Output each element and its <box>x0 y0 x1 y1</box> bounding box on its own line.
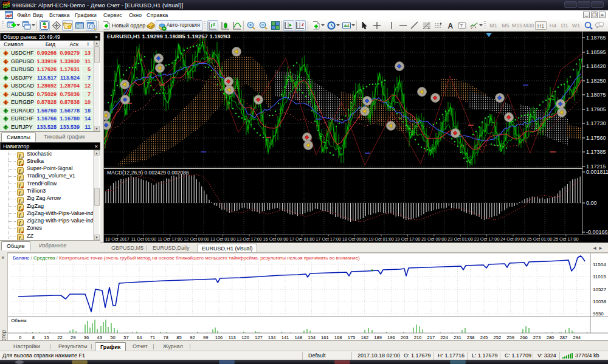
svg-text:19 Oct 01:00: 19 Oct 01:00 <box>368 236 394 242</box>
svg-text:64: 64 <box>137 335 142 340</box>
svg-text:71: 71 <box>150 335 155 340</box>
svg-text:15: 15 <box>44 335 49 340</box>
svg-text:43: 43 <box>97 335 102 340</box>
svg-text:23 Oct 01:00: 23 Oct 01:00 <box>447 236 473 242</box>
svg-text:120: 120 <box>241 335 249 340</box>
svg-text:0.00: 0.00 <box>586 200 597 206</box>
svg-text:11 Oct 17:00: 11 Oct 17:00 <box>157 236 182 242</box>
svg-text:11 Oct 01:00: 11 Oct 01:00 <box>131 236 156 242</box>
svg-text:EURUSD,H1 1.19299 1.19385 1.19: EURUSD,H1 1.19299 1.19385 1.19257 1.1929… <box>107 33 230 39</box>
svg-text:1.18595: 1.18595 <box>586 49 606 55</box>
svg-text:13 Oct 01:00: 13 Oct 01:00 <box>210 236 236 242</box>
svg-text:196: 196 <box>387 335 395 340</box>
svg-text:36: 36 <box>84 335 89 340</box>
svg-text:266: 266 <box>520 335 528 340</box>
svg-text:148: 148 <box>294 335 302 340</box>
svg-text:203: 203 <box>401 335 409 340</box>
svg-text:1.18250: 1.18250 <box>586 78 606 84</box>
svg-text:17 Oct 01:00: 17 Oct 01:00 <box>289 236 315 242</box>
svg-text:10 Oct 2017: 10 Oct 2017 <box>105 236 130 242</box>
svg-text:0: 0 <box>19 335 21 340</box>
svg-text:1.17730: 1.17730 <box>586 120 606 126</box>
svg-text:23 Oct 17:00: 23 Oct 17:00 <box>474 236 500 242</box>
svg-text:85: 85 <box>176 335 181 340</box>
svg-text:92: 92 <box>190 335 195 340</box>
svg-text:287: 287 <box>559 335 567 340</box>
svg-text:127: 127 <box>255 335 263 340</box>
svg-text:0.001811: 0.001811 <box>586 169 608 175</box>
svg-text:19 Oct 17:00: 19 Oct 17:00 <box>395 236 421 242</box>
svg-text:273: 273 <box>533 335 541 340</box>
svg-text:8: 8 <box>32 335 35 340</box>
svg-text:Баланс / Средства / Контрольны: Баланс / Средства / Контрольные точки (о… <box>13 255 360 261</box>
svg-text:13 Oct 17:00: 13 Oct 17:00 <box>237 236 262 242</box>
svg-text:1.17905: 1.17905 <box>586 106 606 112</box>
svg-text:78: 78 <box>164 335 168 340</box>
svg-text:161: 161 <box>321 335 329 340</box>
svg-text:1.18075: 1.18075 <box>586 92 606 98</box>
svg-text:106: 106 <box>215 335 223 340</box>
svg-text:141: 141 <box>282 335 289 340</box>
svg-text:24 Oct 09:00: 24 Oct 09:00 <box>500 236 526 242</box>
svg-text:MACD(12,26,9) 0.002429 0.00208: MACD(12,26,9) 0.002429 0.002086 <box>107 170 189 176</box>
svg-text:A: A <box>448 22 454 30</box>
svg-text:189: 189 <box>374 335 382 340</box>
svg-text:11504: 11504 <box>593 262 606 267</box>
svg-text:25 Oct 17:00: 25 Oct 17:00 <box>553 236 579 242</box>
svg-text:10527: 10527 <box>593 287 607 292</box>
svg-text:22: 22 <box>57 335 62 340</box>
svg-text:25 Oct 01:00: 25 Oct 01:00 <box>527 236 553 242</box>
svg-text:17 Oct 17:00: 17 Oct 17:00 <box>316 236 341 242</box>
svg-text:224: 224 <box>440 335 448 340</box>
svg-text:1.18420: 1.18420 <box>586 63 606 69</box>
svg-text:168: 168 <box>334 335 342 340</box>
svg-text:245: 245 <box>480 335 488 340</box>
svg-text:294: 294 <box>573 335 581 340</box>
svg-text:217: 217 <box>427 335 435 340</box>
svg-text:57: 57 <box>123 335 128 340</box>
svg-text:Объем: Объем <box>11 318 27 323</box>
svg-text:259: 259 <box>506 335 514 340</box>
svg-text:113: 113 <box>229 335 236 340</box>
svg-text:1.17560: 1.17560 <box>586 135 606 141</box>
svg-text:50: 50 <box>110 335 115 340</box>
svg-text:29: 29 <box>71 335 75 340</box>
svg-text:F: F <box>428 26 430 30</box>
svg-text:1.18765: 1.18765 <box>586 35 606 41</box>
svg-text:175: 175 <box>348 335 356 340</box>
svg-text:9550: 9550 <box>593 311 604 317</box>
svg-text:134: 134 <box>268 335 276 340</box>
svg-text:280: 280 <box>547 335 554 340</box>
svg-text:252: 252 <box>493 335 501 340</box>
svg-text:99: 99 <box>203 335 208 340</box>
svg-text:20 Oct 09:00: 20 Oct 09:00 <box>421 236 447 242</box>
svg-text:238: 238 <box>467 335 475 340</box>
svg-text:231: 231 <box>454 335 461 340</box>
svg-text:18 Oct 09:00: 18 Oct 09:00 <box>342 236 368 242</box>
svg-text:11015: 11015 <box>593 274 606 280</box>
svg-text:10038: 10038 <box>593 299 607 304</box>
svg-text:16 Oct 09:00: 16 Oct 09:00 <box>263 236 289 242</box>
svg-text:154: 154 <box>308 335 316 340</box>
svg-text:210: 210 <box>414 335 422 340</box>
svg-text:T: T <box>460 23 463 29</box>
svg-text:1.17385: 1.17385 <box>586 149 606 155</box>
svg-text:182: 182 <box>361 335 368 340</box>
svg-text:12 Oct 09:00: 12 Oct 09:00 <box>184 236 209 242</box>
